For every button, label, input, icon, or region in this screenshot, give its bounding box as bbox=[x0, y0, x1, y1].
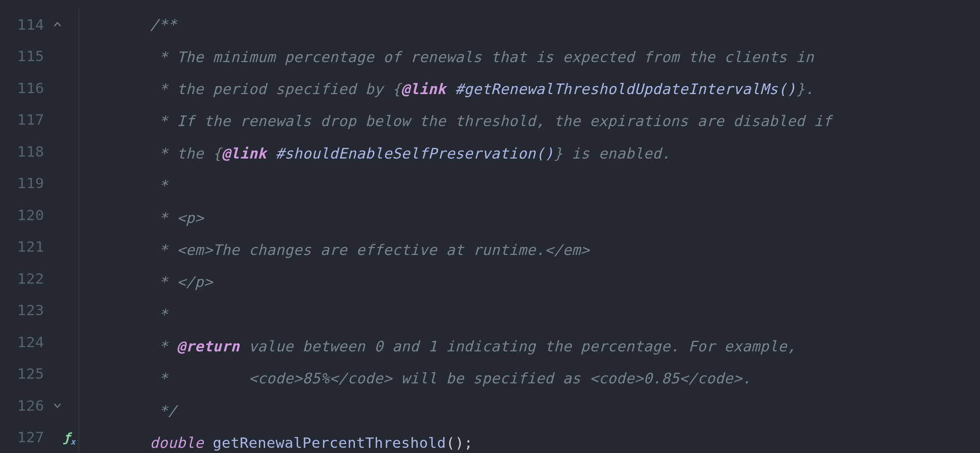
gutter-row: 121 bbox=[0, 231, 78, 263]
indent bbox=[78, 48, 159, 65]
fold-down-icon[interactable] bbox=[53, 401, 62, 410]
javadoc-close: */ bbox=[159, 402, 177, 419]
javadoc-text: <em>The changes are effective at runtime… bbox=[177, 241, 590, 258]
code-line[interactable]: * The minimum percentage of renewals tha… bbox=[78, 40, 980, 72]
javadoc-star: * bbox=[159, 273, 177, 290]
punctuation: (); bbox=[446, 434, 473, 451]
indent bbox=[78, 80, 159, 97]
javadoc-tag: @link bbox=[222, 145, 266, 162]
code-line[interactable]: /** bbox=[78, 8, 980, 40]
code-line[interactable]: * </p> bbox=[78, 266, 980, 298]
javadoc-star: * bbox=[159, 177, 168, 194]
line-number: 121 bbox=[17, 238, 79, 255]
code-area[interactable]: /** * The minimum percentage of renewals… bbox=[78, 0, 980, 453]
indent bbox=[78, 370, 159, 387]
javadoc-star: * bbox=[159, 145, 177, 162]
javadoc-star: * bbox=[159, 370, 168, 387]
line-number: 123 bbox=[17, 302, 79, 318]
line-number: 125 bbox=[17, 365, 79, 382]
javadoc-star: * bbox=[159, 209, 177, 226]
line-number: 124 bbox=[17, 334, 79, 350]
javadoc-star: * bbox=[159, 48, 177, 65]
indent bbox=[78, 306, 159, 323]
gutter-row: 115 bbox=[0, 40, 78, 72]
javadoc-text: } is enabled. bbox=[554, 145, 670, 162]
indent bbox=[78, 273, 159, 290]
line-number: 122 bbox=[17, 270, 79, 287]
line-number: 118 bbox=[17, 143, 79, 160]
code-line[interactable]: * <p> bbox=[78, 201, 980, 233]
code-line[interactable]: */ bbox=[78, 395, 980, 427]
javadoc-text: <code>85%</code> will be specified as <c… bbox=[168, 370, 751, 387]
javadoc-text: the { bbox=[177, 145, 222, 162]
code-line[interactable]: double getRenewalPercentThreshold(); bbox=[78, 427, 980, 453]
keyword: double bbox=[150, 434, 204, 451]
indent bbox=[78, 112, 159, 129]
gutter-row: 122 bbox=[0, 262, 78, 294]
gutter-row: 120 bbox=[0, 199, 78, 231]
line-number: 115 bbox=[17, 48, 79, 64]
indent bbox=[78, 177, 159, 194]
javadoc-open: /** bbox=[150, 16, 177, 33]
javadoc-text: The minimum percentage of renewals that … bbox=[177, 48, 814, 65]
javadoc-tag: @link bbox=[401, 80, 446, 97]
line-number: 120 bbox=[17, 207, 79, 223]
javadoc-text: </p> bbox=[177, 273, 213, 290]
javadoc-text: value between 0 and 1 indicating the per… bbox=[240, 338, 796, 355]
javadoc-star: * bbox=[159, 338, 177, 355]
line-number: 116 bbox=[17, 79, 79, 96]
javadoc-text: <p> bbox=[177, 209, 204, 226]
gutter-row: 124 bbox=[0, 326, 78, 358]
gutter: 114 115 116 117 118 119 120 121 122 123 … bbox=[0, 0, 78, 453]
javadoc-link-ref[interactable]: #getRenewalThresholdUpdateIntervalMs() bbox=[455, 80, 796, 97]
code-line[interactable]: * the period specified by {@link #getRen… bbox=[78, 73, 980, 105]
code-line[interactable]: * bbox=[78, 298, 980, 330]
space bbox=[204, 434, 213, 451]
code-line[interactable]: * the {@link #shouldEnableSelfPreservati… bbox=[78, 137, 980, 169]
javadoc-link-ref[interactable]: #shouldEnableSelfPreservation() bbox=[275, 145, 554, 162]
function-icon[interactable]: ƒx bbox=[63, 430, 75, 446]
indent bbox=[78, 338, 159, 355]
indent bbox=[78, 402, 159, 419]
javadoc-text: the period specified by { bbox=[177, 80, 402, 97]
javadoc-star: * bbox=[159, 306, 168, 323]
code-line[interactable]: * @return value between 0 and 1 indicati… bbox=[78, 330, 980, 362]
space bbox=[446, 80, 455, 97]
indent bbox=[78, 241, 159, 258]
indent bbox=[78, 434, 150, 451]
gutter-row: 126 bbox=[0, 389, 78, 421]
gutter-row: 125 bbox=[0, 358, 78, 390]
javadoc-tag: @return bbox=[177, 338, 240, 355]
line-number: 117 bbox=[17, 111, 79, 128]
gutter-row: 123 bbox=[0, 294, 78, 326]
javadoc-text: }. bbox=[796, 80, 814, 97]
javadoc-star: * bbox=[159, 80, 177, 97]
code-line[interactable]: * bbox=[78, 169, 980, 201]
javadoc-star: * bbox=[159, 241, 177, 258]
gutter-row: 118 bbox=[0, 135, 78, 167]
fold-up-icon[interactable] bbox=[53, 20, 62, 29]
code-editor: 114 115 116 117 118 119 120 121 122 123 … bbox=[0, 0, 980, 453]
gutter-row: 127 ƒx bbox=[0, 421, 78, 453]
indent bbox=[78, 145, 159, 162]
indent bbox=[78, 209, 159, 226]
line-number: 126 bbox=[17, 397, 79, 414]
gutter-row: 119 bbox=[0, 167, 78, 199]
indent bbox=[78, 16, 150, 33]
line-number: 119 bbox=[17, 175, 79, 191]
javadoc-text: If the renewals drop below the threshold… bbox=[177, 112, 832, 129]
code-line[interactable]: * <code>85%</code> will be specified as … bbox=[78, 362, 980, 394]
gutter-row: 117 bbox=[0, 104, 78, 136]
code-line[interactable]: * <em>The changes are effective at runti… bbox=[78, 234, 980, 266]
javadoc-star: * bbox=[159, 112, 177, 129]
code-line[interactable]: * If the renewals drop below the thresho… bbox=[78, 105, 980, 137]
gutter-row: 114 bbox=[0, 8, 78, 40]
gutter-row: 116 bbox=[0, 72, 78, 104]
space bbox=[266, 145, 275, 162]
method-name: getRenewalPercentThreshold bbox=[213, 434, 446, 451]
line-number: 114 bbox=[17, 16, 79, 33]
